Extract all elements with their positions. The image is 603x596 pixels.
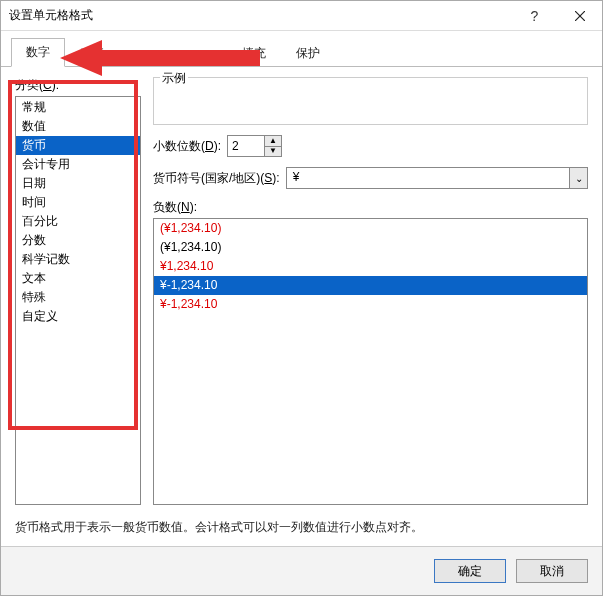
- category-item[interactable]: 会计专用: [16, 155, 140, 174]
- spin-up-icon[interactable]: ▲: [265, 136, 281, 147]
- options-column: 示例 小数位数(D): ▲ ▼: [153, 77, 588, 505]
- tab-alignment[interactable]: 对齐: [65, 39, 119, 67]
- negative-item[interactable]: ¥-1,234.10: [154, 295, 587, 314]
- window-title: 设置单元格格式: [9, 7, 512, 24]
- close-icon: [575, 11, 585, 21]
- description-text: 货币格式用于表示一般货币数值。会计格式可以对一列数值进行小数点对齐。: [15, 519, 588, 536]
- tab-label: 填充: [242, 46, 266, 60]
- spin-down-icon[interactable]: ▼: [265, 147, 281, 157]
- category-item[interactable]: 日期: [16, 174, 140, 193]
- chevron-down-icon[interactable]: ⌄: [569, 168, 587, 188]
- tab-protection[interactable]: 保护: [281, 39, 335, 67]
- decimal-stepper[interactable]: ▲ ▼: [227, 135, 282, 157]
- help-button[interactable]: ?: [512, 1, 557, 30]
- negative-item[interactable]: (¥1,234.10): [154, 219, 587, 238]
- category-item[interactable]: 科学记数: [16, 250, 140, 269]
- cancel-button[interactable]: 取消: [516, 559, 588, 583]
- select-value: ¥: [287, 168, 569, 188]
- negative-item[interactable]: (¥1,234.10): [154, 238, 587, 257]
- negative-item[interactable]: ¥1,234.10: [154, 257, 587, 276]
- negative-listbox[interactable]: (¥1,234.10) (¥1,234.10) ¥1,234.10 ¥-1,23…: [153, 218, 588, 505]
- titlebar: 设置单元格格式 ?: [1, 1, 602, 31]
- category-item[interactable]: 分数: [16, 231, 140, 250]
- dialog-footer: 确定 取消: [1, 546, 602, 595]
- currency-symbol-label: 货币符号(国家/地区)(S):: [153, 170, 280, 187]
- upper-area: 分类(C): 常规 数值 货币 会计专用 日期 时间 百分比 分数 科学记数 文…: [15, 77, 588, 505]
- tab-number[interactable]: 数字: [11, 38, 65, 67]
- tab-label: 数字: [26, 45, 50, 59]
- category-item[interactable]: 数值: [16, 117, 140, 136]
- decimal-row: 小数位数(D): ▲ ▼: [153, 135, 588, 157]
- dialog-window: 设置单元格格式 ? 数字 对齐 字体 边框 填充 保护 分类(C):: [0, 0, 603, 596]
- currency-symbol-row: 货币符号(国家/地区)(S): ¥ ⌄: [153, 167, 588, 189]
- decimal-input[interactable]: [228, 136, 264, 156]
- category-item[interactable]: 特殊: [16, 288, 140, 307]
- negative-label: 负数(N):: [153, 199, 588, 216]
- category-item[interactable]: 时间: [16, 193, 140, 212]
- tab-label: 保护: [296, 46, 320, 60]
- category-item[interactable]: 百分比: [16, 212, 140, 231]
- tab-fill[interactable]: 填充: [227, 39, 281, 67]
- ok-button[interactable]: 确定: [434, 559, 506, 583]
- category-item[interactable]: 文本: [16, 269, 140, 288]
- category-column: 分类(C): 常规 数值 货币 会计专用 日期 时间 百分比 分数 科学记数 文…: [15, 77, 141, 505]
- currency-symbol-select[interactable]: ¥ ⌄: [286, 167, 588, 189]
- sample-box: 示例: [153, 77, 588, 125]
- decimal-label: 小数位数(D):: [153, 138, 221, 155]
- category-item[interactable]: 自定义: [16, 307, 140, 326]
- category-item[interactable]: 常规: [16, 98, 140, 117]
- category-label: 分类(C):: [15, 77, 141, 94]
- sample-legend: 示例: [160, 70, 188, 87]
- category-item[interactable]: 货币: [16, 136, 140, 155]
- tab-label: 对齐: [80, 46, 104, 60]
- dialog-body: 分类(C): 常规 数值 货币 会计专用 日期 时间 百分比 分数 科学记数 文…: [1, 67, 602, 546]
- category-listbox[interactable]: 常规 数值 货币 会计专用 日期 时间 百分比 分数 科学记数 文本 特殊 自定…: [15, 96, 141, 505]
- close-button[interactable]: [557, 1, 602, 30]
- negative-item[interactable]: ¥-1,234.10: [154, 276, 587, 295]
- tab-bar: 数字 对齐 字体 边框 填充 保护: [1, 31, 602, 67]
